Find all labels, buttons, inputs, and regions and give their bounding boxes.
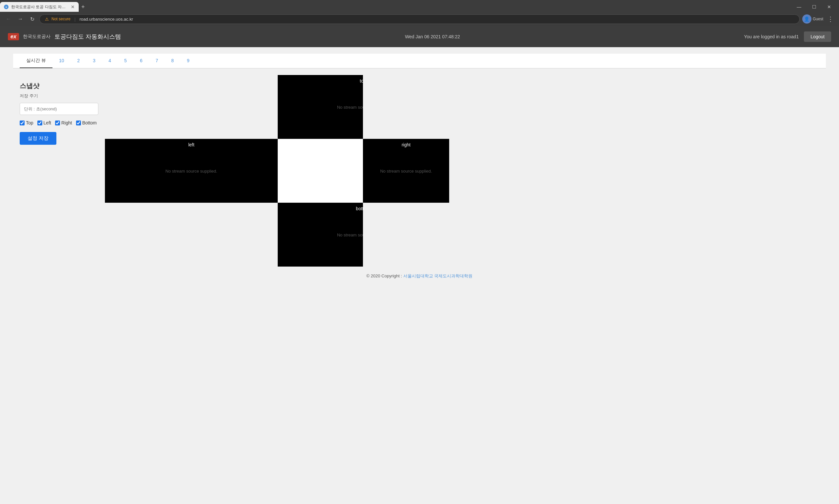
active-tab[interactable]: ● 한국도로공사 토공 다짐도 자동… ✕ <box>0 2 79 12</box>
tab-realtime[interactable]: 실시간 뷰 <box>20 54 52 68</box>
checkbox-right[interactable]: Right <box>55 120 72 125</box>
camera-left-label: left <box>105 142 278 147</box>
tab-close-button[interactable]: ✕ <box>71 4 75 10</box>
system-title: 토공다짐도 자동화시스템 <box>54 33 121 41</box>
footer-copyright: © 2020 Copyright : <box>366 273 402 278</box>
footer-link[interactable]: 서울시립대학교 국제도시과학대학원 <box>403 273 473 278</box>
checkbox-top-label: Top <box>26 120 33 125</box>
checkbox-bottom-label: Bottom <box>82 120 97 125</box>
camera-left: left No stream source supplied. <box>105 139 278 203</box>
checkbox-right-label: Right <box>61 120 72 125</box>
tab-favicon: ● <box>4 4 8 9</box>
camera-right-label: right <box>363 142 449 147</box>
minimize-button[interactable]: — <box>792 2 806 12</box>
tab-3[interactable]: 3 <box>86 54 102 68</box>
snapshot-panel: 스냅샷 저장 주기 Top Left Right Bottom <box>13 75 105 267</box>
logo-ex: ex <box>8 33 19 40</box>
cell-empty-bottom-right <box>363 203 449 267</box>
header-logo: ex 한국도로공사 토공다짐도 자동화시스템 <box>8 33 121 41</box>
tab-2[interactable]: 2 <box>70 54 86 68</box>
camera-right: right No stream source supplied. <box>363 139 449 203</box>
company-name: 한국도로공사 <box>23 34 51 40</box>
logout-button[interactable]: Logout <box>804 32 831 42</box>
tab-7[interactable]: 7 <box>149 54 165 68</box>
cell-empty-top-right <box>363 75 449 139</box>
camera-right-no-stream: No stream source supplied. <box>380 168 432 173</box>
security-label: Not secure <box>51 17 70 21</box>
cell-empty-bottom-left <box>105 203 278 267</box>
checkbox-left[interactable]: Left <box>37 120 51 125</box>
maximize-button[interactable]: ☐ <box>807 2 821 12</box>
address-input[interactable]: ⚠ Not secure | road.urbanscience.uos.ac.… <box>39 14 800 24</box>
tab-8[interactable]: 8 <box>165 54 180 68</box>
checkbox-top[interactable]: Top <box>20 120 33 125</box>
new-tab-button[interactable]: + <box>79 4 88 11</box>
tab-5[interactable]: 5 <box>118 54 134 68</box>
checkbox-top-input[interactable] <box>20 121 24 125</box>
main-layout: 스냅샷 저장 주기 Top Left Right Bottom <box>13 75 826 267</box>
camera-cross-layout: top No stream source supplied. left No s… <box>105 75 449 267</box>
tab-10[interactable]: 10 <box>52 54 71 68</box>
profile-button[interactable]: 👤 Guest <box>802 14 823 23</box>
camera-center <box>278 139 363 203</box>
tab-title: 한국도로공사 토공 다짐도 자동… <box>11 4 68 10</box>
back-button[interactable]: ← <box>4 14 13 23</box>
snapshot-title: 스냅샷 <box>20 82 98 90</box>
close-button[interactable]: ✕ <box>822 2 836 12</box>
checkbox-bottom[interactable]: Bottom <box>76 120 97 125</box>
address-bar-container: ← → ↻ ⚠ Not secure | road.urbanscience.u… <box>0 12 839 26</box>
header-datetime: Wed Jan 06 2021 07:48:22 <box>405 34 460 39</box>
forward-button[interactable]: → <box>16 14 25 23</box>
security-warning-icon: ⚠ <box>45 17 49 22</box>
nav-tabs: 실시간 뷰 10 2 3 4 5 6 7 8 9 <box>13 54 826 69</box>
interval-input[interactable] <box>20 103 98 115</box>
address-url: road.urbanscience.uos.ac.kr <box>79 17 133 22</box>
tab-4[interactable]: 4 <box>102 54 118 68</box>
snapshot-subtitle: 저장 주기 <box>20 93 98 99</box>
cell-empty-top-left <box>105 75 278 139</box>
page-content: 실시간 뷰 10 2 3 4 5 6 7 8 9 스냅샷 저장 주기 Top L… <box>0 47 839 292</box>
checkbox-bottom-input[interactable] <box>76 121 81 125</box>
browser-tabbar: ● 한국도로공사 토공 다짐도 자동… ✕ + — ☐ ✕ <box>0 0 839 12</box>
logged-in-label: You are logged in as road1 <box>744 34 799 39</box>
profile-label: Guest <box>813 17 823 21</box>
header-right: You are logged in as road1 Logout <box>744 32 831 42</box>
window-controls: — ☐ ✕ <box>792 2 839 12</box>
reload-button[interactable]: ↻ <box>28 14 37 23</box>
save-settings-button[interactable]: 설정 저장 <box>20 132 56 145</box>
camera-grid: top No stream source supplied. left No s… <box>105 75 449 267</box>
app-header: ex 한국도로공사 토공다짐도 자동화시스템 Wed Jan 06 2021 0… <box>0 26 839 47</box>
address-separator: | <box>74 17 75 22</box>
footer: © 2020 Copyright : 서울시립대학교 국제도시과학대학원 <box>13 267 826 286</box>
browser-menu-button[interactable]: ⋮ <box>826 14 835 24</box>
tab-6[interactable]: 6 <box>134 54 149 68</box>
camera-left-no-stream: No stream source supplied. <box>165 168 217 173</box>
profile-icon: 👤 <box>802 14 811 23</box>
checkbox-left-input[interactable] <box>37 121 42 125</box>
checkbox-group: Top Left Right Bottom <box>20 120 98 125</box>
tab-9[interactable]: 9 <box>180 54 196 68</box>
checkbox-right-input[interactable] <box>55 121 60 125</box>
checkbox-left-label: Left <box>44 120 51 125</box>
